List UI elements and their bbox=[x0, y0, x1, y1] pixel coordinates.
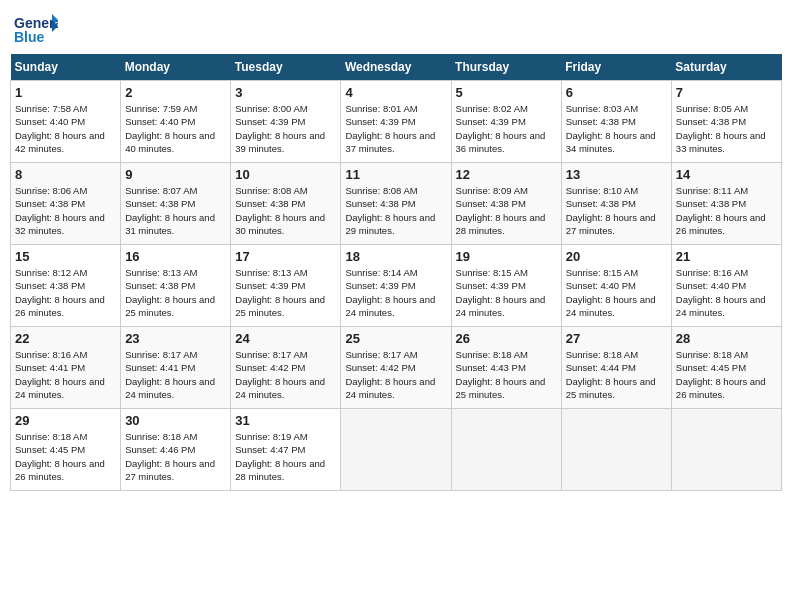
calendar-cell: 16Sunrise: 8:13 AMSunset: 4:38 PMDayligh… bbox=[121, 245, 231, 327]
day-number: 14 bbox=[676, 167, 777, 182]
day-number: 12 bbox=[456, 167, 557, 182]
day-detail: Sunrise: 8:05 AMSunset: 4:38 PMDaylight:… bbox=[676, 102, 777, 155]
day-detail: Sunrise: 8:16 AMSunset: 4:40 PMDaylight:… bbox=[676, 266, 777, 319]
calendar-cell: 18Sunrise: 8:14 AMSunset: 4:39 PMDayligh… bbox=[341, 245, 451, 327]
day-number: 1 bbox=[15, 85, 116, 100]
day-number: 31 bbox=[235, 413, 336, 428]
calendar-cell: 29Sunrise: 8:18 AMSunset: 4:45 PMDayligh… bbox=[11, 409, 121, 491]
calendar-cell: 17Sunrise: 8:13 AMSunset: 4:39 PMDayligh… bbox=[231, 245, 341, 327]
calendar-cell: 26Sunrise: 8:18 AMSunset: 4:43 PMDayligh… bbox=[451, 327, 561, 409]
week-row-5: 29Sunrise: 8:18 AMSunset: 4:45 PMDayligh… bbox=[11, 409, 782, 491]
page-header: General Blue bbox=[10, 10, 782, 46]
calendar-cell: 25Sunrise: 8:17 AMSunset: 4:42 PMDayligh… bbox=[341, 327, 451, 409]
col-header-thursday: Thursday bbox=[451, 54, 561, 81]
day-detail: Sunrise: 8:00 AMSunset: 4:39 PMDaylight:… bbox=[235, 102, 336, 155]
day-detail: Sunrise: 8:17 AMSunset: 4:41 PMDaylight:… bbox=[125, 348, 226, 401]
calendar-cell bbox=[341, 409, 451, 491]
day-detail: Sunrise: 8:18 AMSunset: 4:45 PMDaylight:… bbox=[676, 348, 777, 401]
col-header-tuesday: Tuesday bbox=[231, 54, 341, 81]
col-header-sunday: Sunday bbox=[11, 54, 121, 81]
day-detail: Sunrise: 8:18 AMSunset: 4:45 PMDaylight:… bbox=[15, 430, 116, 483]
calendar-cell: 5Sunrise: 8:02 AMSunset: 4:39 PMDaylight… bbox=[451, 81, 561, 163]
col-header-monday: Monday bbox=[121, 54, 231, 81]
calendar-cell bbox=[451, 409, 561, 491]
day-number: 23 bbox=[125, 331, 226, 346]
calendar-cell: 3Sunrise: 8:00 AMSunset: 4:39 PMDaylight… bbox=[231, 81, 341, 163]
col-header-wednesday: Wednesday bbox=[341, 54, 451, 81]
calendar-cell bbox=[561, 409, 671, 491]
day-detail: Sunrise: 8:06 AMSunset: 4:38 PMDaylight:… bbox=[15, 184, 116, 237]
day-number: 24 bbox=[235, 331, 336, 346]
calendar-cell: 15Sunrise: 8:12 AMSunset: 4:38 PMDayligh… bbox=[11, 245, 121, 327]
day-detail: Sunrise: 8:19 AMSunset: 4:47 PMDaylight:… bbox=[235, 430, 336, 483]
day-number: 7 bbox=[676, 85, 777, 100]
calendar-cell: 21Sunrise: 8:16 AMSunset: 4:40 PMDayligh… bbox=[671, 245, 781, 327]
day-detail: Sunrise: 8:11 AMSunset: 4:38 PMDaylight:… bbox=[676, 184, 777, 237]
calendar-cell: 10Sunrise: 8:08 AMSunset: 4:38 PMDayligh… bbox=[231, 163, 341, 245]
day-number: 25 bbox=[345, 331, 446, 346]
day-detail: Sunrise: 8:14 AMSunset: 4:39 PMDaylight:… bbox=[345, 266, 446, 319]
calendar-cell: 23Sunrise: 8:17 AMSunset: 4:41 PMDayligh… bbox=[121, 327, 231, 409]
calendar-cell: 14Sunrise: 8:11 AMSunset: 4:38 PMDayligh… bbox=[671, 163, 781, 245]
calendar-cell: 12Sunrise: 8:09 AMSunset: 4:38 PMDayligh… bbox=[451, 163, 561, 245]
day-number: 19 bbox=[456, 249, 557, 264]
day-detail: Sunrise: 8:17 AMSunset: 4:42 PMDaylight:… bbox=[235, 348, 336, 401]
calendar-table: SundayMondayTuesdayWednesdayThursdayFrid… bbox=[10, 54, 782, 491]
calendar-cell: 9Sunrise: 8:07 AMSunset: 4:38 PMDaylight… bbox=[121, 163, 231, 245]
day-detail: Sunrise: 8:02 AMSunset: 4:39 PMDaylight:… bbox=[456, 102, 557, 155]
day-detail: Sunrise: 8:18 AMSunset: 4:44 PMDaylight:… bbox=[566, 348, 667, 401]
col-header-saturday: Saturday bbox=[671, 54, 781, 81]
calendar-cell: 20Sunrise: 8:15 AMSunset: 4:40 PMDayligh… bbox=[561, 245, 671, 327]
week-row-1: 1Sunrise: 7:58 AMSunset: 4:40 PMDaylight… bbox=[11, 81, 782, 163]
day-number: 28 bbox=[676, 331, 777, 346]
calendar-cell: 8Sunrise: 8:06 AMSunset: 4:38 PMDaylight… bbox=[11, 163, 121, 245]
day-number: 29 bbox=[15, 413, 116, 428]
day-number: 3 bbox=[235, 85, 336, 100]
day-number: 5 bbox=[456, 85, 557, 100]
day-detail: Sunrise: 8:18 AMSunset: 4:46 PMDaylight:… bbox=[125, 430, 226, 483]
calendar-cell: 31Sunrise: 8:19 AMSunset: 4:47 PMDayligh… bbox=[231, 409, 341, 491]
header-row: SundayMondayTuesdayWednesdayThursdayFrid… bbox=[11, 54, 782, 81]
day-detail: Sunrise: 8:08 AMSunset: 4:38 PMDaylight:… bbox=[235, 184, 336, 237]
day-number: 21 bbox=[676, 249, 777, 264]
day-detail: Sunrise: 8:16 AMSunset: 4:41 PMDaylight:… bbox=[15, 348, 116, 401]
calendar-cell: 11Sunrise: 8:08 AMSunset: 4:38 PMDayligh… bbox=[341, 163, 451, 245]
day-detail: Sunrise: 8:13 AMSunset: 4:38 PMDaylight:… bbox=[125, 266, 226, 319]
week-row-4: 22Sunrise: 8:16 AMSunset: 4:41 PMDayligh… bbox=[11, 327, 782, 409]
day-number: 6 bbox=[566, 85, 667, 100]
calendar-cell: 6Sunrise: 8:03 AMSunset: 4:38 PMDaylight… bbox=[561, 81, 671, 163]
day-number: 18 bbox=[345, 249, 446, 264]
logo-icon: General Blue bbox=[14, 10, 58, 46]
day-number: 26 bbox=[456, 331, 557, 346]
day-number: 2 bbox=[125, 85, 226, 100]
day-number: 17 bbox=[235, 249, 336, 264]
day-number: 15 bbox=[15, 249, 116, 264]
day-number: 13 bbox=[566, 167, 667, 182]
day-number: 9 bbox=[125, 167, 226, 182]
calendar-cell: 28Sunrise: 8:18 AMSunset: 4:45 PMDayligh… bbox=[671, 327, 781, 409]
day-detail: Sunrise: 7:59 AMSunset: 4:40 PMDaylight:… bbox=[125, 102, 226, 155]
day-number: 27 bbox=[566, 331, 667, 346]
svg-text:Blue: Blue bbox=[14, 29, 45, 45]
calendar-cell: 27Sunrise: 8:18 AMSunset: 4:44 PMDayligh… bbox=[561, 327, 671, 409]
week-row-3: 15Sunrise: 8:12 AMSunset: 4:38 PMDayligh… bbox=[11, 245, 782, 327]
day-detail: Sunrise: 8:10 AMSunset: 4:38 PMDaylight:… bbox=[566, 184, 667, 237]
calendar-cell: 13Sunrise: 8:10 AMSunset: 4:38 PMDayligh… bbox=[561, 163, 671, 245]
day-detail: Sunrise: 8:12 AMSunset: 4:38 PMDaylight:… bbox=[15, 266, 116, 319]
calendar-cell: 24Sunrise: 8:17 AMSunset: 4:42 PMDayligh… bbox=[231, 327, 341, 409]
day-number: 8 bbox=[15, 167, 116, 182]
day-number: 10 bbox=[235, 167, 336, 182]
day-detail: Sunrise: 8:09 AMSunset: 4:38 PMDaylight:… bbox=[456, 184, 557, 237]
calendar-cell bbox=[671, 409, 781, 491]
day-number: 20 bbox=[566, 249, 667, 264]
day-number: 11 bbox=[345, 167, 446, 182]
calendar-cell: 22Sunrise: 8:16 AMSunset: 4:41 PMDayligh… bbox=[11, 327, 121, 409]
day-number: 16 bbox=[125, 249, 226, 264]
day-detail: Sunrise: 8:01 AMSunset: 4:39 PMDaylight:… bbox=[345, 102, 446, 155]
calendar-cell: 2Sunrise: 7:59 AMSunset: 4:40 PMDaylight… bbox=[121, 81, 231, 163]
day-number: 22 bbox=[15, 331, 116, 346]
day-detail: Sunrise: 8:07 AMSunset: 4:38 PMDaylight:… bbox=[125, 184, 226, 237]
calendar-cell: 7Sunrise: 8:05 AMSunset: 4:38 PMDaylight… bbox=[671, 81, 781, 163]
day-number: 30 bbox=[125, 413, 226, 428]
day-detail: Sunrise: 8:17 AMSunset: 4:42 PMDaylight:… bbox=[345, 348, 446, 401]
